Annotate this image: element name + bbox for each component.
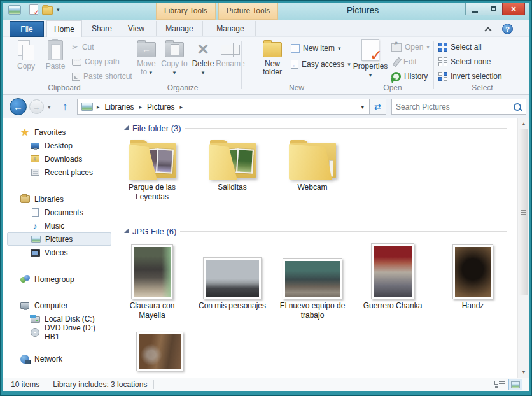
- navigation-pane: ★Favorites Desktop Downloads Recent plac…: [3, 118, 116, 378]
- sidebar-label: Videos: [45, 248, 67, 257]
- recent-places-icon: [30, 167, 40, 178]
- tab-manage-library[interactable]: Manage: [158, 20, 200, 37]
- address-dropdown-caret-icon[interactable]: ▾: [361, 104, 365, 110]
- sidebar-item-libraries[interactable]: Libraries: [3, 192, 113, 206]
- sidebar-item-documents[interactable]: Documents: [3, 206, 113, 219]
- pictures-icon: [31, 234, 41, 244]
- edit-label: Edit: [403, 57, 417, 66]
- new-folder-button[interactable]: New folder: [256, 39, 288, 82]
- history-button[interactable]: History: [391, 70, 428, 83]
- scroll-up-icon: ▲: [521, 121, 526, 127]
- forward-arrow-icon: →: [33, 103, 41, 111]
- maximize-icon: [491, 6, 496, 11]
- qat-customize-caret-icon[interactable]: ▾: [57, 7, 60, 13]
- breadcrumb-pictures[interactable]: Pictures: [146, 103, 176, 111]
- properties-qat-icon[interactable]: [29, 4, 38, 15]
- folder-tile-webcam[interactable]: Webcam: [277, 140, 348, 192]
- move-to-button: Move to ▾: [133, 39, 160, 82]
- close-button[interactable]: ×: [502, 3, 525, 15]
- details-view-button[interactable]: [494, 380, 505, 389]
- sidebar-item-computer[interactable]: Computer: [3, 299, 113, 312]
- easy-access-button[interactable]: Easy access ▾: [291, 58, 351, 71]
- search-icon[interactable]: [513, 103, 522, 111]
- scrollbar-thumb[interactable]: [519, 129, 528, 295]
- minimize-button[interactable]: [465, 3, 484, 15]
- minimize-ribbon-chevron-icon[interactable]: [485, 26, 491, 32]
- recent-pages-caret-icon[interactable]: ▾: [48, 104, 51, 110]
- up-button[interactable]: ↑: [57, 99, 73, 115]
- copy-path-label: Copy path: [85, 57, 120, 66]
- qat-separator: [64, 4, 64, 15]
- window-icon[interactable]: [8, 5, 21, 15]
- open-button: Open ▾: [391, 41, 430, 53]
- dropdown-caret-icon: ▾: [149, 69, 152, 76]
- properties-button[interactable]: Properties▾: [353, 39, 388, 82]
- help-button[interactable]: ?: [502, 24, 513, 34]
- sidebar-item-videos[interactable]: Videos: [3, 246, 113, 259]
- sidebar-label: Local Disk (C:): [45, 315, 95, 323]
- sidebar-item-recent-places[interactable]: Recent places: [3, 166, 113, 179]
- file-tile-clausura[interactable]: Clausura con Mayella: [116, 244, 188, 320]
- large-icons-view-button[interactable]: [508, 379, 522, 390]
- sidebar-item-network[interactable]: Network: [3, 352, 113, 365]
- move-to-icon: [137, 42, 156, 57]
- sidebar-item-homegroup[interactable]: Homegroup: [3, 272, 113, 286]
- tab-file[interactable]: File: [10, 21, 44, 37]
- edit-button: Edit: [391, 55, 417, 68]
- new-item-button[interactable]: New item ▾: [291, 42, 341, 55]
- folder-tile-saliditas[interactable]: Saliditas: [197, 140, 268, 192]
- breadcrumb-libraries[interactable]: Libraries: [104, 103, 136, 111]
- sidebar-item-pictures[interactable]: Pictures: [7, 232, 111, 246]
- collapse-triangle-icon[interactable]: [124, 229, 129, 233]
- group-header-file-folder[interactable]: File folder (3): [124, 124, 507, 133]
- folder-icon: [207, 140, 257, 181]
- delete-icon: ×: [197, 39, 209, 59]
- new-folder-qat-icon[interactable]: [42, 6, 53, 15]
- folder-icon: [288, 140, 337, 181]
- file-tile-handz[interactable]: Handz: [437, 244, 508, 311]
- invert-selection-button[interactable]: Invert selection: [438, 70, 502, 83]
- scroll-up-button[interactable]: ▲: [518, 118, 529, 129]
- sidebar-item-dvd-drive[interactable]: DVD Drive (D:) HB1_: [3, 325, 113, 339]
- sidebar-label: Favorites: [34, 128, 66, 137]
- sidebar-label: DVD Drive (D:) HB1_: [45, 323, 113, 341]
- picture-tools-tab-group[interactable]: Picture Tools: [218, 3, 278, 20]
- vertical-scrollbar[interactable]: ▲ ▼: [517, 118, 529, 378]
- delete-button[interactable]: × Delete▾: [189, 39, 217, 82]
- tab-share[interactable]: Share: [85, 20, 119, 37]
- file-tile-con-mis-personajes[interactable]: Con mis personajes: [197, 257, 268, 311]
- select-none-button[interactable]: Select none: [438, 55, 491, 68]
- file-tile-guerrero-chanka[interactable]: Guerrero Chanka: [357, 243, 428, 311]
- address-bar[interactable]: ▸ Libraries ▸ Pictures ▸ ▾: [77, 99, 370, 115]
- sidebar-label: Recent places: [45, 168, 93, 177]
- file-tile-sixth[interactable]: [124, 332, 195, 373]
- window-controls: ×: [466, 3, 525, 15]
- tab-view[interactable]: View: [120, 20, 152, 37]
- sidebar-item-favorites[interactable]: ★Favorites: [3, 125, 113, 139]
- sidebar-item-desktop[interactable]: Desktop: [3, 139, 113, 152]
- file-tile-el-nuevo-equipo[interactable]: El nuevo equipo de trabajo: [277, 258, 348, 320]
- maximize-button[interactable]: [484, 3, 503, 15]
- tab-manage-picture[interactable]: Manage: [209, 20, 251, 37]
- window-frame: ▾ Library Tools Picture Tools Pictures ×…: [1, 1, 531, 395]
- close-icon: ×: [511, 4, 516, 13]
- file-name: El nuevo equipo de trabajo: [277, 301, 348, 320]
- photo-thumbnail: [136, 332, 183, 371]
- search-input[interactable]: [396, 103, 513, 111]
- dropdown-caret-icon: ▾: [426, 45, 430, 50]
- navigation-bar: ← → ▾ ↑ ▸ Libraries ▸ Pictures ▸ ▾ ⇄: [3, 95, 529, 118]
- refresh-button[interactable]: ⇄: [370, 99, 386, 115]
- folder-tile-parque[interactable]: Parque de las Leyendas: [116, 140, 188, 202]
- select-all-button[interactable]: Select all: [438, 41, 482, 53]
- group-header-jpg-file[interactable]: JPG File (6): [124, 227, 507, 236]
- sidebar-item-downloads[interactable]: Downloads: [3, 152, 113, 166]
- back-button[interactable]: ←: [10, 98, 27, 115]
- dvd-drive-icon: [30, 327, 40, 337]
- library-tools-tab-group[interactable]: Library Tools: [156, 3, 216, 20]
- move-to-label: Move to ▾: [133, 60, 160, 76]
- tab-home[interactable]: Home: [46, 20, 82, 37]
- sidebar-item-music[interactable]: ♪Music: [3, 219, 113, 232]
- select-group-label: Select: [435, 83, 530, 92]
- scroll-down-button[interactable]: ▼: [518, 367, 529, 378]
- collapse-triangle-icon[interactable]: [124, 125, 129, 130]
